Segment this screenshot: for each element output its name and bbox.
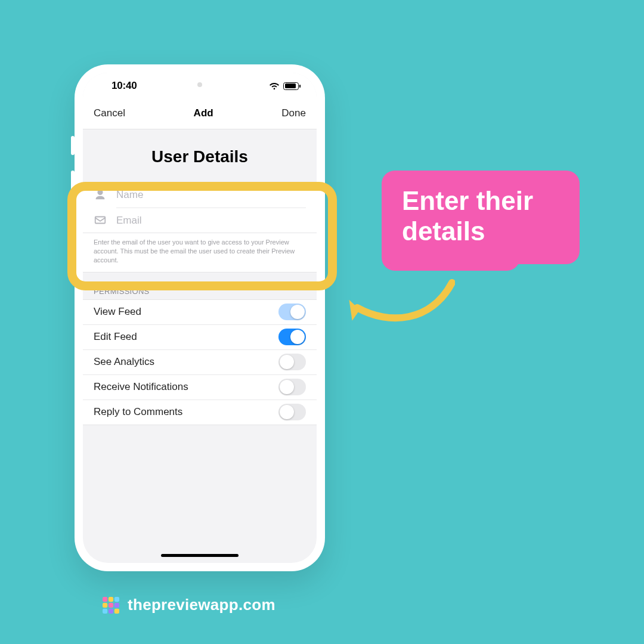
side-button xyxy=(71,171,75,204)
arrow-annotation xyxy=(342,279,455,333)
home-indicator xyxy=(161,554,239,557)
name-row[interactable] xyxy=(83,182,317,208)
footer: thepreviewapp.com xyxy=(103,596,275,614)
side-button xyxy=(71,136,75,155)
permission-label: View Feed xyxy=(94,306,141,318)
done-button[interactable]: Done xyxy=(281,107,306,119)
phone-screen: 10:40 Cancel Add Done User Details xyxy=(83,73,317,563)
svg-rect-5 xyxy=(114,602,119,607)
permission-row: Edit Feed xyxy=(83,324,317,349)
permission-row: Reply to Comments xyxy=(83,400,317,425)
permission-toggle[interactable] xyxy=(278,304,306,320)
svg-rect-2 xyxy=(114,597,119,602)
status-time: 10:40 xyxy=(112,80,137,92)
page-title: User Details xyxy=(83,147,317,166)
svg-rect-0 xyxy=(103,597,107,602)
svg-rect-8 xyxy=(114,608,119,613)
permission-label: See Analytics xyxy=(94,356,154,368)
permission-toggle[interactable] xyxy=(278,404,306,420)
cancel-button[interactable]: Cancel xyxy=(94,107,125,119)
permission-row: See Analytics xyxy=(83,349,317,374)
battery-icon xyxy=(283,82,299,90)
callout-line2: details xyxy=(402,216,485,246)
permissions-list: View FeedEdit FeedSee AnalyticsReceive N… xyxy=(83,299,317,425)
content: User Details xyxy=(83,129,317,563)
permission-toggle[interactable] xyxy=(278,379,306,395)
permission-label: Receive Notifications xyxy=(94,381,188,393)
svg-rect-6 xyxy=(103,608,107,613)
callout-line1: Enter their xyxy=(402,186,533,215)
nav-bar: Cancel Add Done xyxy=(83,99,317,129)
user-details-list xyxy=(83,182,317,233)
permission-label: Reply to Comments xyxy=(94,406,182,418)
logo-icon xyxy=(103,597,119,614)
email-row[interactable] xyxy=(83,208,317,233)
status-icons xyxy=(269,82,299,90)
callout: Enter their details xyxy=(382,171,580,264)
permission-row: View Feed xyxy=(83,299,317,324)
side-button xyxy=(71,211,75,244)
helper-text: Enter the email of the user you want to … xyxy=(83,233,317,273)
email-input[interactable] xyxy=(116,215,306,227)
nav-title: Add xyxy=(194,107,213,119)
user-icon xyxy=(94,188,107,202)
wifi-icon xyxy=(269,82,280,90)
status-bar: 10:40 xyxy=(83,73,317,99)
svg-rect-3 xyxy=(103,602,107,607)
name-input[interactable] xyxy=(116,189,306,201)
permission-toggle[interactable] xyxy=(278,329,306,345)
svg-rect-7 xyxy=(109,608,113,613)
site-url: thepreviewapp.com xyxy=(128,596,275,614)
permission-label: Edit Feed xyxy=(94,331,137,343)
permissions-header: PERMISSIONS xyxy=(83,273,317,299)
svg-rect-4 xyxy=(109,602,113,607)
permission-row: Receive Notifications xyxy=(83,374,317,400)
phone-mockup: 10:40 Cancel Add Done User Details xyxy=(75,64,325,571)
permission-toggle[interactable] xyxy=(278,354,306,370)
svg-rect-1 xyxy=(109,597,113,602)
email-icon xyxy=(94,213,107,227)
camera-dot xyxy=(197,82,202,87)
